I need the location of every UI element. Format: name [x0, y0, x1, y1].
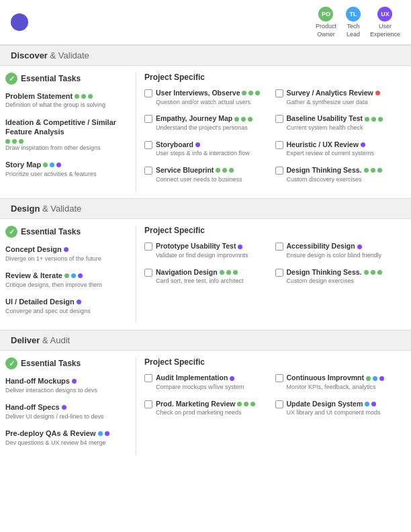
ps-checkbox-left-deliver-0[interactable]	[144, 374, 152, 382]
dot-purple	[361, 142, 365, 147]
dot-green	[216, 168, 220, 173]
dot-green	[242, 91, 246, 95]
dot-blue	[98, 431, 103, 436]
dot-green	[64, 273, 69, 278]
dot-purple	[72, 379, 77, 384]
project-specific-label-design: Project Specific	[144, 226, 205, 235]
ps-name-right-discover-2: Heuristic / UX Review	[287, 140, 375, 150]
essential-task-name-deliver-0: Hand-off Mockups	[5, 376, 130, 386]
ps-right-discover: Survey / Analytics Review Gather & synth…	[275, 89, 406, 191]
ps-desc-left-discover-3: Connect user needs to business	[156, 176, 242, 184]
ps-checkbox-left-discover-2[interactable]	[144, 141, 152, 149]
essential-task-deliver-1: Hand-off Specs Deliver UI designs / red-…	[5, 402, 130, 420]
ps-checkbox-left-discover-3[interactable]	[144, 167, 152, 175]
ps-checkbox-right-design-0[interactable]	[275, 242, 283, 251]
essential-col-discover: ✓ Essential Tasks Problem Statement Defi…	[5, 73, 136, 191]
dot-green	[88, 94, 93, 99]
dot-green	[248, 117, 253, 122]
essential-task-name-discover-1: Ideation & Competitive / Similar Feature…	[5, 118, 130, 144]
essential-label-deliver: Essential Tasks	[21, 359, 81, 368]
essential-task-desc-design-0: Diverge on 1+ versions of the future	[5, 255, 130, 263]
ps-name-right-discover-3: Design Thinking Sess.	[287, 166, 382, 175]
essential-task-discover-0: Problem Statement Definition of what the…	[5, 91, 130, 109]
ps-checkbox-right-deliver-0[interactable]	[275, 374, 283, 382]
ps-checkbox-left-design-1[interactable]	[144, 269, 152, 277]
ps-right-item-discover-3: Design Thinking Sess. Custom discovery e…	[275, 166, 406, 183]
ps-desc-left-deliver-1: Check on prod marketing needs	[156, 409, 255, 417]
ps-content-right-deliver-1: Update Design System UX library and UI c…	[287, 400, 381, 417]
essential-task-desc-discover-0: Definition of what the group is solving	[5, 101, 130, 109]
dot-green	[366, 376, 371, 381]
ps-checkbox-left-discover-1[interactable]	[144, 115, 152, 123]
role-avatar-tl: TL	[346, 7, 361, 21]
ps-checkbox-right-deliver-1[interactable]	[275, 400, 283, 408]
ps-desc-right-discover-2: Expert review of current systems	[287, 150, 375, 158]
ps-name-right-discover-1: Baseline Usability Test	[287, 114, 383, 124]
essential-task-deliver-0: Hand-off Mockups Deliver interaction des…	[5, 376, 130, 394]
dot-green	[237, 402, 242, 406]
dot-green	[222, 168, 227, 173]
checkmark-icon-discover: ✓	[5, 73, 17, 85]
ps-name-left-deliver-1: Prod. Marketing Review	[156, 400, 255, 409]
ps-checkbox-left-design-0[interactable]	[144, 242, 152, 251]
project-specific-col-design: Project Specific Prototype Usability Tes…	[140, 226, 406, 323]
essential-task-desc-design-1: Critique designs, then improve them	[5, 281, 130, 290]
ps-desc-right-design-1: Custom design exercises	[287, 277, 382, 285]
ps-right-item-design-0: Accessibility Design Ensure design is co…	[275, 242, 406, 259]
ps-checkbox-right-discover-0[interactable]	[275, 89, 283, 97]
role-ux: UX User Experience	[370, 7, 400, 38]
essential-header-deliver: ✓ Essential Tasks	[5, 357, 130, 369]
essential-task-deliver-2: Pre-deploy QAs & Review Dev questions & …	[5, 429, 130, 447]
dot-green	[371, 168, 375, 173]
ps-right-item-discover-0: Survey / Analytics Review Gather & synth…	[275, 89, 406, 106]
ps-content-right-discover-2: Heuristic / UX Review Expert review of c…	[287, 140, 375, 158]
section-content-design: ✓ Essential Tasks Concept Design Diverge…	[0, 219, 411, 330]
section-header-deliver: Deliver & Audit	[0, 330, 411, 351]
header: PO Product Owner TL Tech Lead UX User Ex…	[0, 0, 411, 45]
ps-checkbox-right-discover-3[interactable]	[275, 167, 283, 175]
dot-green	[250, 402, 255, 406]
section-content-discover: ✓ Essential Tasks Problem Statement Defi…	[0, 66, 411, 198]
essential-task-desc-deliver-2: Dev questions & UX review b4 merge	[5, 439, 130, 447]
ps-checkbox-right-design-1[interactable]	[275, 269, 283, 277]
essential-task-desc-deliver-1: Deliver UI designs / red-lines to devs	[5, 413, 130, 421]
header-roles: PO Product Owner TL Tech Lead UX User Ex…	[316, 7, 400, 38]
essential-task-discover-2: Story Map Prioritize user activities & f…	[5, 160, 130, 178]
ps-name-right-design-0: Accessibility Design	[287, 242, 382, 251]
sections-container: Discover & Validate ✓ Essential Tasks Pr…	[0, 45, 411, 461]
ux-badge	[11, 13, 28, 31]
dot-green	[229, 168, 234, 173]
section-content-deliver: ✓ Essential Tasks Hand-off Mockups Deliv…	[0, 351, 411, 461]
ps-right-item-discover-2: Heuristic / UX Review Expert review of c…	[275, 140, 406, 158]
dot-purple	[379, 376, 384, 381]
section-header-design: Design & Validate	[0, 198, 411, 219]
app-container: PO Product Owner TL Tech Lead UX User Ex…	[0, 0, 411, 461]
ps-left-item-discover-1: Empathy, Journey Map Understand the proj…	[144, 114, 275, 132]
ps-content-left-discover-2: Storyboard User steps & info & interacti…	[156, 140, 250, 158]
essential-task-name-design-2: UI / Detailed Design	[5, 297, 130, 306]
dot-green	[371, 270, 375, 275]
dot-green	[12, 139, 17, 144]
ps-checkbox-right-discover-2[interactable]	[275, 141, 283, 149]
ps-checkbox-left-deliver-1[interactable]	[144, 400, 152, 408]
dot-purple	[78, 273, 83, 278]
ps-content-right-design-0: Accessibility Design Ensure design is co…	[287, 242, 382, 259]
header-left	[11, 13, 34, 31]
ps-desc-left-discover-1: Understand the project's personas	[156, 124, 253, 132]
ps-checkbox-right-discover-1[interactable]	[275, 115, 283, 123]
ps-content-left-discover-0: User Interviews, Observe Question and/or…	[156, 89, 260, 106]
dot-green	[5, 139, 10, 144]
ps-name-right-deliver-0: Continuous Improvmnt	[287, 373, 385, 383]
ps-right-design: Accessibility Design Ensure design is co…	[275, 242, 406, 294]
dot-blue	[71, 273, 76, 278]
ps-checkbox-left-discover-0[interactable]	[144, 89, 152, 97]
ps-desc-left-discover-2: User steps & info & interaction flow	[156, 150, 250, 158]
essential-task-name-deliver-1: Hand-off Specs	[5, 402, 130, 412]
ps-left-item-design-0: Prototype Usability Test Validate or fin…	[144, 242, 275, 259]
dot-purple	[77, 300, 81, 304]
essential-task-discover-1: Ideation & Competitive / Similar Feature…	[5, 118, 130, 152]
ps-right-item-deliver-0: Continuous Improvmnt Monitor KPIs, feedb…	[275, 373, 406, 391]
section-header-discover: Discover & Validate	[0, 45, 411, 66]
ps-left-item-design-1: Navigation Design Card sort, tree test, …	[144, 268, 275, 285]
dot-green	[255, 91, 260, 95]
